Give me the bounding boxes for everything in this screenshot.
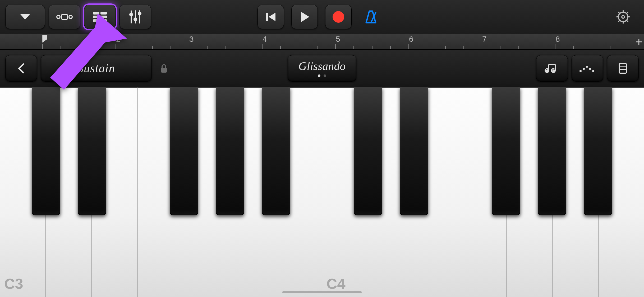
home-indicator [282, 291, 362, 293]
black-key[interactable] [354, 87, 382, 215]
black-key[interactable] [538, 87, 566, 215]
black-key[interactable] [78, 87, 106, 215]
ruler-bar-label: 3 [189, 35, 194, 44]
add-section-button[interactable]: + [635, 35, 642, 49]
song-settings-button[interactable] [611, 5, 635, 29]
svg-rect-39 [592, 70, 594, 72]
note-repeat-button[interactable] [536, 55, 568, 82]
arpeggiator-button[interactable] [572, 55, 603, 82]
ruler-beat-tick [537, 46, 537, 49]
ruler-bar-label: 7 [482, 35, 487, 44]
svg-rect-32 [161, 68, 167, 73]
svg-rect-36 [583, 68, 585, 70]
octave-down-button[interactable] [5, 55, 37, 82]
ruler-bar-label: 8 [555, 35, 560, 44]
key-label: C4 [326, 275, 346, 292]
ruler-beat-tick [280, 46, 281, 49]
mode-page-dots [318, 74, 326, 77]
svg-rect-35 [579, 70, 582, 72]
black-key[interactable] [170, 87, 198, 215]
rewind-icon [265, 12, 277, 22]
metronome-button[interactable] [359, 5, 383, 29]
svg-line-29 [626, 12, 628, 14]
ruler-beat-tick [152, 46, 153, 49]
lock-icon [160, 64, 168, 73]
black-key[interactable] [584, 87, 612, 215]
svg-point-22 [622, 16, 624, 18]
ruler-beat-tick [226, 46, 226, 49]
svg-rect-38 [589, 68, 591, 70]
black-key[interactable] [492, 87, 520, 215]
ruler-beat-tick [372, 46, 372, 49]
svg-point-34 [552, 69, 555, 73]
ruler-bar-tick [555, 44, 555, 49]
svg-point-14 [134, 17, 137, 21]
garageband-keyboard-screen: 2345678 + Sustain Glissando [0, 0, 644, 297]
annotation-arrow-icon [42, 11, 132, 100]
ruler-beat-tick [244, 46, 244, 49]
ruler-bar-label: 6 [409, 35, 413, 44]
piano-keyboard: C3C4 [0, 87, 644, 297]
ruler-beat-tick [171, 46, 171, 49]
ruler-beat-tick [445, 46, 446, 49]
black-key[interactable] [400, 87, 428, 215]
toolbar-right [611, 0, 639, 34]
transport-controls [257, 0, 387, 34]
chevron-left-icon [17, 63, 25, 74]
svg-rect-37 [586, 66, 588, 68]
keyboard-layout-button[interactable] [607, 55, 639, 82]
gear-icon [616, 10, 631, 24]
record-button[interactable] [325, 5, 352, 29]
svg-point-33 [546, 69, 549, 73]
key-label: C3 [4, 275, 23, 292]
record-icon [332, 11, 345, 23]
instrument-browser-button[interactable] [5, 5, 45, 29]
keyboard-mode-label: Glissando [298, 59, 346, 73]
metronome-icon [364, 10, 378, 24]
ruler-beat-tick [610, 46, 610, 49]
ruler-beat-tick [592, 46, 592, 49]
svg-marker-17 [269, 13, 275, 21]
ruler-beat-tick [573, 46, 574, 49]
svg-rect-16 [266, 13, 268, 21]
keyboard-mode-button[interactable]: Glissando [288, 55, 356, 82]
ruler-bar-label: 4 [263, 35, 267, 44]
play-button[interactable] [291, 5, 318, 29]
arpeggio-icon [579, 64, 596, 72]
svg-marker-44 [50, 26, 109, 90]
ruler-beat-tick [500, 46, 500, 49]
go-to-beginning-button[interactable] [257, 5, 284, 29]
ruler-beat-tick [134, 46, 134, 49]
ruler-beat-tick [463, 46, 464, 49]
ruler-bar-tick [482, 44, 482, 49]
ruler-beat-tick [427, 46, 427, 49]
eighth-notes-icon [545, 63, 559, 74]
ruler-bar-tick [408, 44, 409, 49]
svg-line-28 [626, 20, 628, 22]
black-key[interactable] [262, 87, 290, 215]
play-icon [299, 11, 310, 23]
black-key[interactable] [32, 87, 60, 215]
svg-rect-40 [619, 64, 627, 73]
svg-point-15 [138, 12, 141, 15]
triangle-down-icon [19, 13, 31, 21]
black-key[interactable] [216, 87, 244, 215]
ruler-beat-tick [353, 46, 354, 49]
ruler-beat-tick [390, 46, 391, 49]
svg-line-30 [618, 20, 620, 22]
ruler-beat-tick [207, 46, 208, 49]
svg-line-27 [618, 12, 620, 14]
svg-point-19 [333, 11, 344, 23]
ruler-bar-tick [262, 44, 263, 49]
ruler-beat-tick [317, 46, 318, 49]
ruler-beat-tick [299, 46, 299, 49]
ruler-bar-tick [189, 44, 189, 49]
ruler-beat-tick [518, 46, 519, 49]
ruler-bar-tick [335, 44, 336, 49]
sustain-lock-button[interactable] [155, 64, 172, 73]
svg-marker-0 [20, 14, 30, 20]
ruler-bar-label: 5 [336, 35, 340, 44]
keyboard-layout-icon [618, 63, 628, 74]
svg-marker-18 [301, 12, 309, 22]
